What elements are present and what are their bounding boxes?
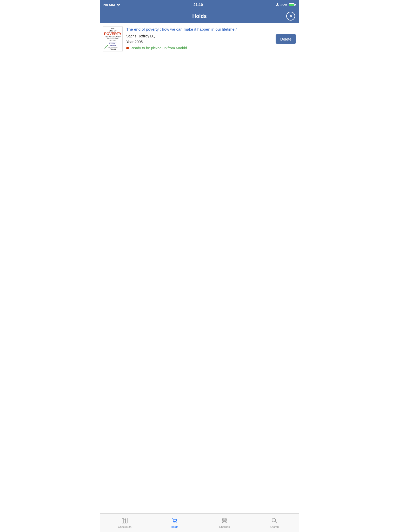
cover-subtitle: HOW WE CAN MAKE IT HAPPEN IN OUR LIFETIM…: [104, 36, 121, 41]
svg-rect-0: [122, 518, 124, 523]
carrier-text: No SIM: [103, 3, 115, 7]
book-item: THE END OF POVERTY HOW WE CAN MAKE IT HA…: [100, 23, 299, 55]
cover-foreword: FOREWORD BY: [108, 46, 118, 48]
book-cover: THE END OF POVERTY HOW WE CAN MAKE IT HA…: [103, 26, 123, 51]
book-details: The end of poverty : how we can make it …: [126, 26, 296, 50]
status-bar: No SIM 21:10 89%: [100, 0, 299, 9]
status-time: 21:10: [194, 3, 203, 7]
cover-bono: BONO: [108, 48, 118, 51]
close-button[interactable]: ✕: [286, 12, 295, 21]
tab-checkouts-label: Checkouts: [118, 525, 131, 528]
tab-bar: Checkouts Holds Charges Search: [100, 513, 299, 532]
book-title[interactable]: The end of poverty : how we can make it …: [126, 26, 275, 32]
nav-bar: Holds ✕: [100, 9, 299, 23]
tab-search[interactable]: Search: [249, 517, 299, 528]
svg-point-3: [174, 522, 175, 523]
cover-leaf-decoration: [104, 44, 109, 50]
book-year: Year 2005: [126, 40, 275, 44]
battery-icon: [289, 3, 296, 6]
svg-rect-1: [124, 519, 125, 523]
cover-jeffrey: JEFFREY: [108, 42, 118, 44]
checkouts-icon: [121, 517, 128, 524]
book-author: Sachs, Jeffrey D.,: [126, 34, 275, 38]
holds-icon: [171, 517, 178, 524]
status-text: Ready to be picked up from Madrid: [130, 46, 187, 50]
tab-charges-label: Charges: [219, 525, 230, 528]
svg-line-8: [275, 521, 277, 523]
tab-checkouts[interactable]: Checkouts: [100, 517, 150, 528]
status-bar-left: No SIM: [103, 3, 121, 7]
tab-charges[interactable]: Charges: [200, 517, 249, 528]
svg-rect-2: [126, 518, 127, 523]
cover-author-block: JEFFREY SACHS FOREWORD BY BONO: [108, 42, 118, 50]
status-dot: [126, 47, 129, 49]
svg-point-5: [222, 521, 227, 523]
location-icon: [276, 3, 279, 6]
tab-holds[interactable]: Holds: [150, 517, 200, 528]
wifi-icon: [116, 3, 121, 6]
cover-poverty: POVERTY: [104, 32, 122, 36]
status-bar-right: 89%: [276, 3, 296, 7]
search-icon: [271, 517, 278, 524]
tab-search-label: Search: [270, 525, 279, 528]
main-content: THE END OF POVERTY HOW WE CAN MAKE IT HA…: [100, 23, 299, 513]
tab-holds-label: Holds: [171, 525, 178, 528]
nav-title: Holds: [192, 13, 207, 19]
delete-button[interactable]: Delete: [276, 34, 296, 44]
battery-percentage: 89%: [281, 3, 287, 7]
charges-icon: [221, 517, 228, 524]
book-status: Ready to be picked up from Madrid: [126, 46, 275, 50]
cover-sachs: SACHS: [108, 44, 118, 46]
svg-point-4: [176, 522, 177, 523]
